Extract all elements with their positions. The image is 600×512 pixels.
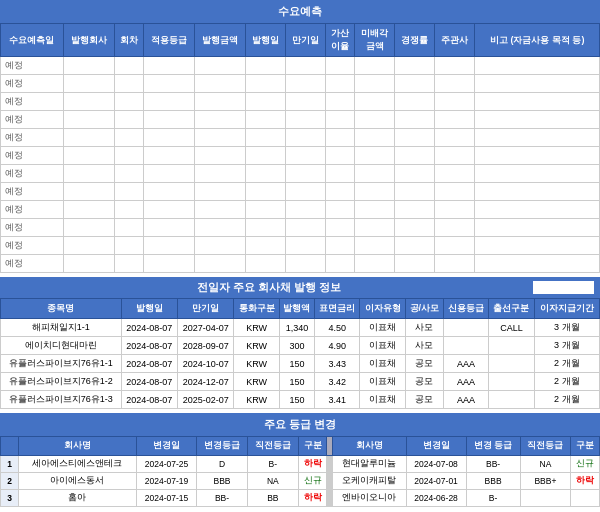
rating-col-num: [1, 437, 19, 456]
demand-col-date: 수요예측일: [1, 24, 64, 57]
demand-row: 예정: [1, 93, 600, 111]
bond-col-rate: 표면금리: [315, 299, 360, 319]
bond-col-name: 종목명: [1, 299, 122, 319]
bond-col-call: 출선구분: [489, 299, 534, 319]
demand-row: 예정: [1, 183, 600, 201]
bond-section: 전일자 주요 회사채 발행 정보 (단위: 억원, %) 종목명 발행일 만기일…: [0, 277, 600, 409]
demand-row: 예정: [1, 147, 600, 165]
bond-row: 에이치디현대마린2024-08-072028-09-07KRW3004.90이표…: [1, 337, 600, 355]
rating-col-new-r: 변경 등급: [466, 437, 520, 456]
rating-col-date-l: 변경일: [136, 437, 196, 456]
demand-col-note: 비고 (자금사용 목적 등): [475, 24, 600, 57]
rating-col-prev-l: 직전등급: [247, 437, 298, 456]
demand-col-competition: 경쟁률: [395, 24, 435, 57]
bond-row: 유플러스파이브지76유1-22024-08-072024-12-07KRW150…: [1, 373, 600, 391]
demand-col-company: 발행회사: [63, 24, 114, 57]
rating-col-new-l: 변경등급: [197, 437, 248, 456]
bond-col-maturity: 만기일: [178, 299, 234, 319]
demand-row: 예정: [1, 57, 600, 75]
rating-section: 주요 등급 변경 회사명 변경일 변경등급 직전등급 구분 회사명 변경일 변경…: [0, 413, 600, 507]
rating-col-date-r: 변경일: [406, 437, 466, 456]
demand-col-maturity: 만기일: [286, 24, 326, 57]
bond-col-issue-date: 발행일: [121, 299, 177, 319]
bond-col-period: 이자지급기간: [534, 299, 599, 319]
bond-col-amount: 발행액: [279, 299, 314, 319]
bond-col-credit: 신용등급: [443, 299, 488, 319]
demand-col-amount: 발행금액: [194, 24, 245, 57]
demand-section: 수요예측 수요예측일 발행회사 회차 적용등급 발행금액 발행일 만기일 가산이…: [0, 0, 600, 273]
demand-row: 예정: [1, 255, 600, 273]
demand-row: 예정: [1, 237, 600, 255]
bond-col-interest-type: 이자유형: [360, 299, 405, 319]
bond-title: 전일자 주요 회사채 발행 정보: [6, 280, 533, 295]
bond-table: 종목명 발행일 만기일 통화구분 발행액 표면금리 이자유형 공/사모 신용등급…: [0, 298, 600, 409]
demand-table: 수요예측일 발행회사 회차 적용등급 발행금액 발행일 만기일 가산이율 미배각…: [0, 23, 600, 273]
rating-row: 1세아에스티에스앤테크2024-07-25DB-하락현대알루미늄2024-07-…: [1, 456, 600, 473]
rating-table: 회사명 변경일 변경등급 직전등급 구분 회사명 변경일 변경 등급 직전등급 …: [0, 436, 600, 507]
demand-row: 예정: [1, 201, 600, 219]
demand-col-manager: 주관사: [435, 24, 475, 57]
bond-row: 유플러스파이브지76유1-32024-08-072025-02-07KRW150…: [1, 391, 600, 409]
bond-row: 유플러스파이브지76유1-12024-08-072024-10-07KRW150…: [1, 355, 600, 373]
rating-row: 2아이에스동서2024-07-19BBBNA신규오케이캐피탈2024-07-01…: [1, 473, 600, 490]
rating-row: 3홈아2024-07-15BB-BB하락엔바이오니아2024-06-28B-: [1, 490, 600, 507]
bond-col-pub: 공/사모: [405, 299, 443, 319]
demand-col-spread: 가산이율: [326, 24, 355, 57]
bond-row: 해피채일지1-12024-08-072027-04-07KRW1,3404.50…: [1, 319, 600, 337]
demand-row: 예정: [1, 219, 600, 237]
bond-note: (단위: 억원, %): [533, 281, 594, 294]
rating-title: 주요 등급 변경: [0, 413, 600, 436]
demand-row: 예정: [1, 111, 600, 129]
rating-col-prev-r: 직전등급: [520, 437, 571, 456]
bond-col-currency: 통화구분: [234, 299, 279, 319]
demand-row: 예정: [1, 129, 600, 147]
demand-col-unsold: 미배각금액: [355, 24, 395, 57]
rating-col-company-r: 회사명: [333, 437, 406, 456]
rating-col-type-l: 구분: [298, 437, 327, 456]
demand-col-seq: 회차: [114, 24, 143, 57]
rating-col-company-l: 회사명: [19, 437, 137, 456]
demand-title: 수요예측: [0, 0, 600, 23]
rating-col-type-r: 구분: [571, 437, 600, 456]
demand-col-issue: 발행일: [246, 24, 286, 57]
demand-row: 예정: [1, 75, 600, 93]
demand-col-grade: 적용등급: [143, 24, 194, 57]
demand-row: 예정: [1, 165, 600, 183]
